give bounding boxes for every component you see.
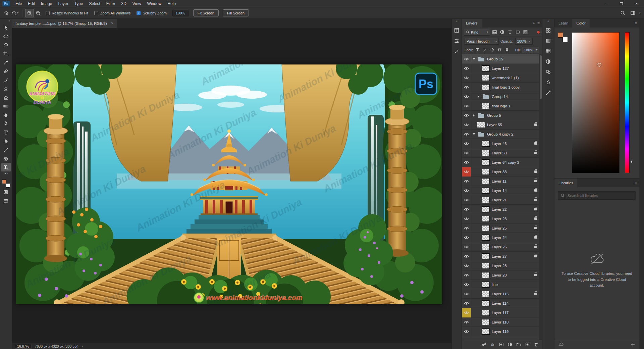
layer-row[interactable]: Layer 114 xyxy=(462,299,542,308)
visibility-toggle[interactable] xyxy=(462,299,471,308)
visibility-toggle[interactable] xyxy=(462,111,471,120)
layer-thumbnail[interactable] xyxy=(482,300,490,306)
layer-thumbnail[interactable] xyxy=(482,291,490,297)
layer-row[interactable]: Layer 26 xyxy=(462,242,542,252)
layer-row[interactable]: Layer 50 xyxy=(462,148,542,158)
layer-row[interactable]: Layer 33 xyxy=(462,167,542,177)
crop-tool[interactable] xyxy=(1,49,11,58)
layer-thumbnail[interactable] xyxy=(482,310,490,316)
layer-row[interactable]: Layer 115 xyxy=(462,289,542,299)
brush-tool[interactable] xyxy=(1,76,11,84)
menu-item[interactable]: Filter xyxy=(103,0,118,7)
layer-thumbnail[interactable] xyxy=(482,150,490,156)
layer-thumbnail[interactable] xyxy=(482,272,490,278)
document-tab[interactable]: fantacy temple......1.psd @ 16.7% (Group… xyxy=(12,19,117,28)
visibility-toggle[interactable] xyxy=(462,130,471,139)
visibility-toggle[interactable] xyxy=(462,92,471,101)
dock-expand-chevrons[interactable]: « xyxy=(452,19,462,24)
gradient-tool[interactable] xyxy=(1,102,11,110)
pen-tool[interactable] xyxy=(1,119,11,128)
shape-tool[interactable] xyxy=(1,145,11,154)
visibility-toggle[interactable] xyxy=(462,327,471,336)
filter-pixel-layers-icon[interactable] xyxy=(491,29,498,36)
foreground-swatch[interactable] xyxy=(558,32,563,38)
zoom-all-windows-checkbox[interactable]: Zoom All Windows xyxy=(94,11,130,15)
visibility-toggle[interactable] xyxy=(462,83,471,92)
menu-item[interactable]: Layer xyxy=(55,0,71,7)
layer-row[interactable]: Group 15 xyxy=(462,54,542,64)
layer-thumbnail[interactable] xyxy=(482,253,490,259)
layer-thumbnail[interactable] xyxy=(482,319,490,325)
layer-row[interactable]: Layer 64 copy 3 xyxy=(462,158,542,167)
filter-kind-select[interactable]: Kind ▾ xyxy=(464,29,490,36)
lock-all-icon[interactable] xyxy=(504,47,510,53)
zoom-tool[interactable] xyxy=(1,163,11,171)
workspace-switcher-button[interactable] xyxy=(629,9,637,17)
layer-row[interactable]: Layer 117 xyxy=(462,308,542,317)
layer-row[interactable]: Layer 119 xyxy=(462,327,542,336)
filter-adjustment-layers-icon[interactable] xyxy=(499,29,505,36)
layer-thumbnail[interactable] xyxy=(477,56,485,62)
layer-thumbnail[interactable] xyxy=(482,103,490,109)
layer-row[interactable]: Group 5 xyxy=(462,111,542,120)
visibility-toggle[interactable] xyxy=(462,223,471,233)
tab-color[interactable]: Color xyxy=(572,19,589,28)
menu-item[interactable]: Type xyxy=(71,0,86,7)
quick-mask-button[interactable] xyxy=(1,188,11,196)
brush-settings-panel-icon[interactable] xyxy=(453,47,461,55)
color-picker-ring[interactable] xyxy=(598,63,601,67)
resize-windows-checkbox[interactable]: Resize Windows to Fit xyxy=(46,11,88,15)
visibility-toggle[interactable] xyxy=(462,280,471,289)
layer-row[interactable]: Layer 27 xyxy=(462,252,542,261)
close-button[interactable]: × xyxy=(629,0,644,7)
layer-row[interactable]: Layer 20 xyxy=(462,270,542,280)
layer-row[interactable]: final logo 1 copy xyxy=(462,83,542,92)
visibility-toggle[interactable] xyxy=(462,186,471,195)
artwork-canvas[interactable]: Animation Ki DuniyaAnimation Ki DuniyaAn… xyxy=(16,64,442,304)
marquee-tool[interactable] xyxy=(1,32,11,41)
layer-row[interactable]: Layer 55 xyxy=(462,120,542,130)
properties-panel-icon[interactable] xyxy=(453,37,461,45)
photoshop-app-icon[interactable]: Ps xyxy=(2,1,10,6)
fit-screen-button[interactable]: Fit Screen xyxy=(193,9,219,16)
layer-row[interactable]: Layer 118 xyxy=(462,317,542,327)
visibility-toggle[interactable] xyxy=(462,317,471,327)
navigator-panel-icon[interactable] xyxy=(453,26,461,34)
layer-thumbnail[interactable] xyxy=(482,206,490,212)
new-layer-icon[interactable] xyxy=(524,341,531,348)
visibility-toggle[interactable] xyxy=(462,270,471,280)
search-button[interactable] xyxy=(619,9,627,17)
clone-stamp-tool[interactable] xyxy=(1,84,11,93)
saturation-square[interactable] xyxy=(572,32,620,173)
new-group-icon[interactable] xyxy=(516,341,522,348)
adjustments-panel-icon[interactable] xyxy=(544,57,552,65)
menu-item[interactable]: File xyxy=(12,0,25,7)
layer-row[interactable]: Layer 22 xyxy=(462,205,542,214)
visibility-toggle[interactable] xyxy=(462,195,471,205)
link-layers-icon[interactable] xyxy=(481,341,487,348)
tab-close-button[interactable]: × xyxy=(111,21,113,26)
layer-row[interactable]: final logo 1 xyxy=(462,101,542,111)
visibility-toggle[interactable] xyxy=(462,233,471,242)
dock-expand-chevrons[interactable]: « xyxy=(542,19,554,24)
eraser-tool[interactable] xyxy=(1,93,11,102)
visibility-toggle[interactable] xyxy=(462,261,471,270)
layer-thumbnail[interactable] xyxy=(482,244,490,250)
toolbar-collapse-chevron[interactable]: » xyxy=(0,19,12,23)
layer-thumbnail[interactable] xyxy=(482,188,490,194)
scrollbar-thumb[interactable] xyxy=(540,55,542,99)
edit-toolbar-button[interactable]: ··· xyxy=(4,171,8,178)
layer-thumbnail[interactable] xyxy=(477,131,485,137)
lock-pixels-icon[interactable] xyxy=(482,47,488,53)
menu-item[interactable]: Select xyxy=(86,0,103,7)
layer-thumbnail[interactable] xyxy=(482,169,490,175)
layer-row[interactable]: Layer 25 xyxy=(462,223,542,233)
foreground-color-swatch[interactable] xyxy=(2,180,6,184)
filter-smart-objects-icon[interactable] xyxy=(522,29,529,36)
fill-select[interactable]: 100% ▾ xyxy=(522,47,539,53)
eyedropper-tool[interactable] xyxy=(1,58,11,67)
layer-row[interactable]: Layer 23 xyxy=(462,214,542,223)
hand-tool[interactable] xyxy=(1,154,11,163)
lock-transparency-icon[interactable] xyxy=(474,47,480,53)
layer-thumbnail[interactable] xyxy=(482,225,490,231)
